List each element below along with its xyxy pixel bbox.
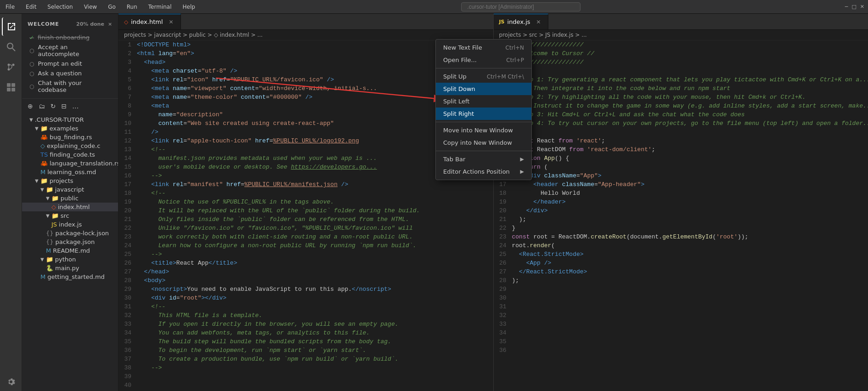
welcome-item-chat[interactable]: ○ Chat with your codebase <box>22 78 118 95</box>
menu-file[interactable]: File <box>4 3 17 11</box>
welcome-item-prompt-edit[interactable]: ○ Prompt an edit <box>22 59 118 68</box>
md-file-icon: M <box>46 247 51 254</box>
menu-split-left[interactable]: Split Left <box>436 95 531 108</box>
menu-split-down[interactable]: Split Down <box>436 83 531 95</box>
menu-view[interactable]: View <box>82 3 99 11</box>
menu-editor-actions-position[interactable]: Editor Actions Position ▶ <box>436 165 531 178</box>
tab-index-js[interactable]: JS index.js ✕ <box>494 14 548 29</box>
folder-icon: 📁 <box>51 195 59 202</box>
file-package-json[interactable]: {} package.json <box>22 238 118 246</box>
left-editor-tabs: ◇ index.html ✕ <box>118 14 493 30</box>
code-line: /* <box>512 67 863 75</box>
file-label: README.md <box>53 247 90 254</box>
tab-close-button[interactable]: ✕ <box>168 18 175 26</box>
menu-bar[interactable]: File Edit Selection View Go Run Terminal… <box>4 3 197 11</box>
right-editor-breadcrumb: projects > src > JS index.js > ... <box>494 30 868 40</box>
activity-extensions[interactable] <box>2 78 20 96</box>
code-line: <header className="App-header"> <box>512 180 863 189</box>
code-line: ); <box>512 215 863 224</box>
menu-open-file[interactable]: Open File... Ctrl+P <box>436 54 531 66</box>
refresh-icon[interactable]: ↻ <box>49 101 58 112</box>
new-folder-icon[interactable]: 🗂 <box>37 101 47 112</box>
js-tab-icon: JS <box>499 19 505 25</box>
file-bug-finding[interactable]: 🦀 bug_finding.rs <box>22 133 118 142</box>
file-index-js[interactable]: JS index.js <box>22 220 118 229</box>
folder-src[interactable]: ▼ 📁 src <box>22 211 118 220</box>
more-options-icon[interactable]: … <box>70 101 80 112</box>
code-line: const root = ReactDOM.createRoot(documen… <box>512 232 863 241</box>
menu-split-right[interactable]: Split Right <box>436 108 531 120</box>
menu-go[interactable]: Go <box>106 3 118 11</box>
folder-cursor-tutor[interactable]: ▼ .CURSOR-TUTOR <box>22 115 118 124</box>
code-line: <title>React App</title> <box>137 259 488 267</box>
menu-run[interactable]: Run <box>125 3 139 11</box>
file-readme[interactable]: M README.md <box>22 246 118 255</box>
activity-explorer[interactable] <box>2 17 20 36</box>
welcome-item-finish[interactable]: ✓ finish onboarding <box>22 33 118 42</box>
code-line: <link rel="manifest" href=%PUBLIC_URL%/m… <box>137 180 488 189</box>
code-line: <!-- <box>137 189 488 198</box>
file-label: package.json <box>56 238 95 245</box>
window-maximize[interactable]: □ <box>851 4 856 10</box>
menu-split-up[interactable]: Split Up Ctrl+M Ctrl+\ <box>436 70 531 83</box>
file-index-html[interactable]: ◇ index.html <box>22 203 118 211</box>
folder-projects[interactable]: ▼ 📁 projects <box>22 176 118 185</box>
welcome-item-autocomplete[interactable]: ○ Accept an autocomplete <box>22 42 118 59</box>
code-line: Notice the use of %PUBLIC_URL% in the ta… <box>137 198 488 206</box>
file-finding-code[interactable]: TS finding_code.ts <box>22 150 118 159</box>
menu-edit[interactable]: Edit <box>24 3 38 11</box>
sidebar: WELCOME 20% done × ✓ finish onboarding ○… <box>22 14 118 391</box>
tab-close-button[interactable]: ✕ <box>535 18 542 26</box>
folder-label: projects <box>50 177 73 184</box>
code-line: <noscript>You need to enable JavaScript … <box>137 285 488 294</box>
menu-tab-bar[interactable]: Tab Bar ▶ <box>436 153 531 165</box>
code-line: <head> <box>137 58 488 67</box>
collapse-all-icon[interactable]: ⊟ <box>59 101 68 112</box>
file-main-py[interactable]: 🐍 main.py <box>22 264 118 272</box>
menu-selection[interactable]: Selection <box>45 3 74 11</box>
menu-move-new-window[interactable]: Move into New Window <box>436 124 531 136</box>
circle-icon: ○ <box>29 83 34 90</box>
folder-public[interactable]: ▼ 📁 public <box>22 194 118 203</box>
menu-item-label: Copy into New Window <box>443 139 512 146</box>
right-editor-pane: JS index.js ✕ projects > src > JS index.… <box>493 14 868 391</box>
welcome-item-ask[interactable]: ○ Ask a question <box>22 68 118 78</box>
file-explaining-code[interactable]: ◇ explaining_code.c <box>22 142 118 150</box>
activity-search[interactable] <box>2 38 20 56</box>
file-getting-started[interactable]: M getting_started.md <box>22 272 118 281</box>
code-line: function App() { <box>512 154 863 163</box>
menu-terminal[interactable]: Terminal <box>147 3 174 11</box>
folder-python[interactable]: ▼ 📁 python <box>22 255 118 264</box>
right-code-content: //////////////////// // Welcome to Curso… <box>512 40 868 391</box>
search-input[interactable] <box>461 2 581 11</box>
sidebar-close-button[interactable]: × <box>108 21 113 27</box>
file-label: bug_finding.rs <box>50 134 92 141</box>
folder-examples[interactable]: ▼ 📁 examples <box>22 124 118 133</box>
menu-new-text-file[interactable]: New Text File Ctrl+N <box>436 41 531 54</box>
activity-scm[interactable] <box>2 58 20 76</box>
svg-rect-7 <box>11 83 15 87</box>
window-minimize[interactable]: ─ <box>845 4 848 10</box>
code-line: <link rel="apple-touch-icon" href=%PUBLI… <box>137 136 488 145</box>
context-menu: New Text File Ctrl+N Open File... Ctrl+P… <box>435 39 532 180</box>
code-line: To create a production bundle, use `npm … <box>137 355 488 363</box>
code-line: manifest.json provides metadata used whe… <box>137 154 488 163</box>
code-line: Only files inside the `public` folder ca… <box>137 215 488 224</box>
file-language-translation[interactable]: 🦀 language_translation.rs <box>22 159 118 168</box>
circle-icon: ○ <box>29 47 34 54</box>
menu-shortcut: Ctrl+P <box>506 57 524 63</box>
window-close[interactable]: ✕ <box>860 4 864 10</box>
right-code-area[interactable]: 12345 678910 1112131415 1617181920 21222… <box>494 40 868 391</box>
menu-item-label: Split Up <box>443 73 467 80</box>
file-learning-oss[interactable]: M learning_oss.md <box>22 168 118 176</box>
folder-javascript[interactable]: ▼ 📁 javascript <box>22 185 118 194</box>
menu-help[interactable]: Help <box>181 3 197 11</box>
checkmark-icon: ✓ <box>29 34 34 41</box>
code-line: <!-- <box>137 145 488 154</box>
activity-settings[interactable] <box>2 373 20 391</box>
file-package-lock[interactable]: {} package-lock.json <box>22 229 118 238</box>
new-file-icon[interactable]: ⊕ <box>26 101 35 112</box>
menu-copy-new-window[interactable]: Copy into New Window <box>436 136 531 149</box>
code-line: <html lang="en"> <box>137 49 488 58</box>
tab-index-html[interactable]: ◇ index.html ✕ <box>118 14 181 29</box>
